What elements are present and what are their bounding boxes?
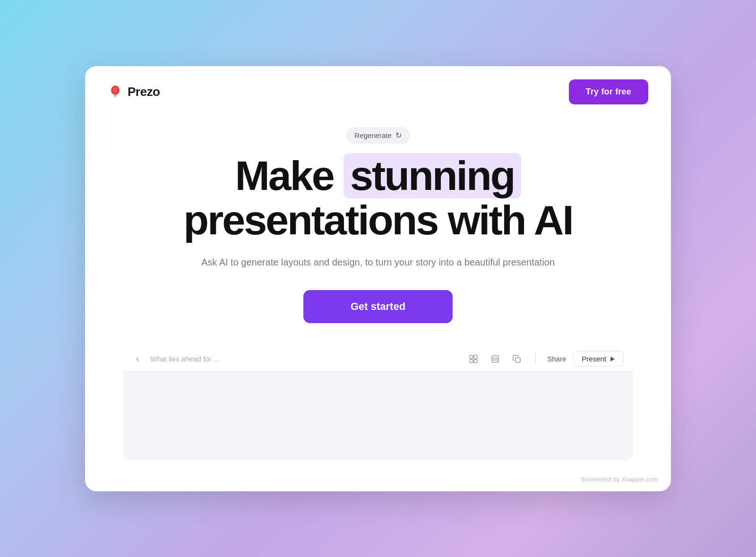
logo-area: Prezo	[108, 84, 160, 99]
try-free-button[interactable]: Try for free	[569, 79, 648, 104]
preview-content	[123, 371, 633, 460]
copy-icon	[512, 354, 522, 364]
regenerate-label: Regenerate	[354, 131, 391, 139]
toolbar-title: What lies ahead for ...	[150, 355, 459, 363]
toolbar-back-button[interactable]: ‹	[132, 352, 143, 366]
main-card: Prezo Try for free Regenerate ↻ Make stu…	[85, 66, 671, 491]
svg-rect-6	[470, 360, 473, 363]
grid-icon-button[interactable]	[466, 352, 481, 366]
grid-icon	[469, 354, 478, 364]
play-icon	[609, 356, 616, 362]
preview-toolbar: ‹ What lies ahead for ...	[123, 347, 633, 371]
hero-subtitle: Ask AI to generate layouts and design, t…	[201, 255, 555, 269]
hero-section: Regenerate ↻ Make stunning presentations…	[85, 118, 671, 491]
header: Prezo Try for free	[85, 66, 671, 118]
regenerate-icon: ↻	[395, 131, 402, 140]
hero-title-make: Make	[235, 152, 333, 199]
hero-title-stunning: stunning	[344, 153, 521, 198]
svg-rect-8	[492, 356, 498, 362]
logo-text: Prezo	[128, 85, 160, 99]
toolbar-divider	[535, 353, 536, 365]
svg-rect-11	[515, 358, 520, 362]
present-label: Present	[582, 355, 606, 363]
present-button[interactable]: Present	[574, 351, 624, 367]
book-icon	[490, 354, 500, 364]
toolbar-icons	[466, 352, 524, 366]
hero-title-line2: presentations with AI	[183, 197, 573, 243]
svg-rect-7	[474, 360, 477, 363]
hero-title: Make stunning presentations with AI	[183, 153, 573, 242]
preview-container: ‹ What lies ahead for ...	[123, 347, 633, 460]
book-icon-button[interactable]	[488, 352, 502, 366]
get-started-button[interactable]: Get started	[303, 290, 453, 323]
svg-marker-12	[610, 357, 615, 361]
regenerate-badge[interactable]: Regenerate ↻	[346, 127, 410, 144]
svg-rect-4	[470, 355, 473, 359]
svg-rect-2	[114, 96, 117, 97]
watermark: Screenshot by Xnapper.com	[581, 476, 658, 483]
logo-icon	[108, 84, 123, 99]
share-button[interactable]: Share	[547, 355, 566, 363]
svg-point-3	[113, 87, 118, 93]
svg-rect-5	[474, 355, 477, 359]
copy-icon-button[interactable]	[510, 352, 524, 366]
